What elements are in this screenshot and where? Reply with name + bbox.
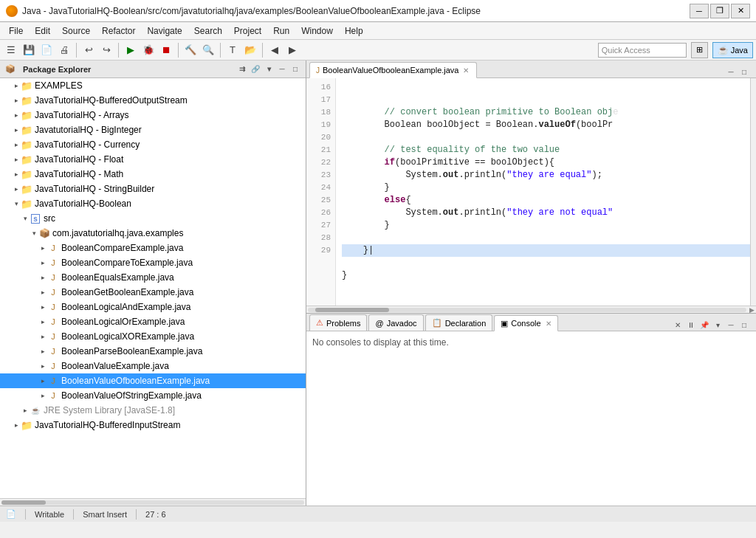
console-scroll-lock-icon[interactable]: ⏸ <box>685 319 697 331</box>
tree-item-BooleanValueOfbooleanExample[interactable]: JBooleanValueOfbooleanExample.java <box>0 373 306 388</box>
item-label-BooleanLogicalAndExample: BooleanLogicalAndExample.java <box>61 302 190 312</box>
editor-tab-booleanvalueofboolean[interactable]: J BooleanValueOfbooleanExample.java ✕ <box>309 62 477 78</box>
menu-navigate[interactable]: Navigate <box>141 24 188 38</box>
view-menu-icon[interactable]: ▾ <box>263 63 275 75</box>
perspective-java[interactable]: ☕ Java <box>712 42 753 58</box>
right-panel: J BooleanValueOfbooleanExample.java ✕ ─ … <box>306 61 756 506</box>
minimize-view-icon[interactable]: ─ <box>276 63 288 75</box>
tree-arrow-float <box>12 152 21 167</box>
link-with-editor-icon[interactable]: 🔗 <box>250 63 261 75</box>
console-icon: ▣ <box>501 319 508 328</box>
tree-item-BooleanValueExample[interactable]: JBooleanValueExample.java <box>0 359 306 373</box>
item-icon-stringbuilder: 📁 <box>21 183 32 195</box>
tb-prev-edit[interactable]: ◀ <box>267 42 283 58</box>
tb-save[interactable]: 💾 <box>21 42 37 58</box>
item-icon-BooleanLogicalXORExample: J <box>47 331 59 342</box>
quick-access-input[interactable]: Quick Access <box>598 43 687 58</box>
minimize-button[interactable]: ─ <box>690 4 709 18</box>
editor-hscroll[interactable]: ▶ <box>306 306 756 313</box>
tb-print[interactable]: 🖨 <box>56 42 72 58</box>
tree-item-bufferedoutputstream[interactable]: 📁JavaTutorialHQ-BufferedOutputStream <box>0 93 306 108</box>
tree-arrow-stringbuilder <box>12 182 21 196</box>
code-line-28 <box>342 257 750 269</box>
tree-item-boolean[interactable]: 📁JavaTutorialHQ-Boolean <box>0 196 306 211</box>
editor-minimize-icon[interactable]: ─ <box>725 66 737 77</box>
tree-item-BooleanLogicalOrExample[interactable]: JBooleanLogicalOrExample.java <box>0 314 306 329</box>
line-number-28: 28 <box>306 232 335 244</box>
menu-project[interactable]: Project <box>228 24 267 38</box>
tree-item-BooleanEqualsExample[interactable]: JBooleanEqualsExample.java <box>0 270 306 285</box>
tb-stop[interactable]: ⏹ <box>158 42 174 58</box>
tab-declaration[interactable]: 📋 Declaration <box>425 314 493 331</box>
tree-item-currency[interactable]: 📁JavaTutorialHQ - Currency <box>0 137 306 152</box>
tree-item-jre[interactable]: ☕JRE System Library [JavaSE-1.8] <box>0 403 306 418</box>
code-line-24: System.out.println("they are not equal" <box>342 207 750 219</box>
editor-maximize-icon[interactable]: □ <box>738 66 750 77</box>
tab-console[interactable]: ▣ Console ✕ <box>494 315 557 331</box>
tree-item-src[interactable]: ssrc <box>0 211 306 226</box>
tree-item-arrays[interactable]: 📁JavaTutorialHQ - Arrays <box>0 108 306 123</box>
menu-edit[interactable]: Edit <box>29 24 56 38</box>
menu-search[interactable]: Search <box>188 24 228 38</box>
line-number-19: 19 <box>306 119 335 131</box>
tb-open-resource[interactable]: 📂 <box>242 42 258 58</box>
menu-window[interactable]: Window <box>295 24 339 38</box>
tb-run[interactable]: ▶ <box>123 42 139 58</box>
tb-undo[interactable]: ↩ <box>80 42 97 58</box>
tb-save-all[interactable]: 📄 <box>38 42 55 58</box>
tree-item-bufferedinputstream[interactable]: 📁JavaTutorialHQ-BufferedInputStream <box>0 418 306 432</box>
code-editor[interactable]: 1617181920212223242526272829 // convert … <box>306 78 756 306</box>
tb-next-edit[interactable]: ▶ <box>284 42 300 58</box>
tab-close-icon[interactable]: ✕ <box>461 66 470 75</box>
tree-item-examples[interactable]: 📁EXAMPLES <box>0 78 306 93</box>
menu-source[interactable]: Source <box>56 24 96 38</box>
tree-item-BooleanLogicalXORExample[interactable]: JBooleanLogicalXORExample.java <box>0 329 306 344</box>
menu-file[interactable]: File <box>3 24 29 38</box>
tb-search[interactable]: 🔍 <box>200 42 216 58</box>
maximize-view-icon[interactable]: □ <box>289 63 301 75</box>
tree-item-BooleanValueOfStringExample[interactable]: JBooleanValueOfStringExample.java <box>0 388 306 403</box>
tb-new[interactable]: ☰ <box>3 42 19 58</box>
menu-help[interactable]: Help <box>339 24 369 38</box>
tb-build[interactable]: 🔨 <box>182 42 199 58</box>
tree-item-stringbuilder[interactable]: 📁JavaTutorialHQ - StringBuilder <box>0 182 306 196</box>
scroll-right-icon[interactable]: ▶ <box>749 306 755 314</box>
restore-button[interactable]: ❐ <box>710 4 729 18</box>
console-pin-icon[interactable]: 📌 <box>698 319 710 331</box>
tb-debug[interactable]: 🐞 <box>140 42 157 58</box>
console-tab-close[interactable]: ✕ <box>546 320 551 328</box>
tree-item-BooleanCompareToExample[interactable]: JBooleanCompareToExample.java <box>0 255 306 270</box>
console-menu-icon[interactable]: ▾ <box>712 319 724 331</box>
tree-item-biginteger[interactable]: 📁JavatutorialHQ - BigInteger <box>0 123 306 137</box>
package-explorer: 📦 Package Explorer ⇉ 🔗 ▾ ─ □ 📁EXAMPLES📁J… <box>0 61 306 506</box>
tab-javadoc[interactable]: @ Javadoc <box>368 314 423 331</box>
tab-problems[interactable]: ⚠ Problems <box>309 314 367 331</box>
tree-item-BooleanParseBooleanExample[interactable]: JBooleanParseBooleanExample.java <box>0 344 306 359</box>
explorer-hscroll[interactable] <box>0 498 306 506</box>
menu-bar: File Edit Source Refactor Navigate Searc… <box>0 22 756 40</box>
tb-redo[interactable]: ↪ <box>98 42 114 58</box>
toolbar: ☰ 💾 📄 🖨 ↩ ↪ ▶ 🐞 ⏹ 🔨 🔍 T 📂 ◀ ▶ Quick Acce… <box>0 40 756 61</box>
tree-arrow-BooleanLogicalOrExample <box>38 314 47 329</box>
item-icon-math: 📁 <box>21 168 32 180</box>
menu-run[interactable]: Run <box>267 24 295 38</box>
editor-vscroll[interactable] <box>750 78 756 306</box>
console-maximize-icon[interactable]: □ <box>738 319 750 331</box>
tree-item-float[interactable]: 📁JavaTutorialHQ - Float <box>0 152 306 167</box>
line-number-24: 24 <box>306 182 335 194</box>
code-content[interactable]: // convert boolean primitive to Boolean … <box>336 78 756 306</box>
tree-item-math[interactable]: 📁JavaTutorialHQ - Math <box>0 167 306 182</box>
collapse-all-icon[interactable]: ⇉ <box>236 63 248 75</box>
console-minimize-icon[interactable]: ─ <box>725 319 737 331</box>
editor-hscroll-thumb[interactable] <box>315 308 389 312</box>
tree-item-pkg[interactable]: 📦com.javatutorialhq.java.examples <box>0 226 306 241</box>
tree-item-BooleanLogicalAndExample[interactable]: JBooleanLogicalAndExample.java <box>0 300 306 314</box>
line-number-17: 17 <box>306 94 335 106</box>
perspective-selector[interactable]: ⊞ <box>691 42 708 58</box>
tree-item-BooleanGetBooleanExample[interactable]: JBooleanGetBooleanExample.java <box>0 285 306 300</box>
hscroll-thumb[interactable] <box>1 500 46 505</box>
menu-refactor[interactable]: Refactor <box>96 24 141 38</box>
tb-open-type[interactable]: T <box>224 42 241 58</box>
tree-item-BooleanCompareExample[interactable]: JBooleanCompareExample.java <box>0 241 306 255</box>
console-clear-icon[interactable]: ✕ <box>672 319 684 331</box>
